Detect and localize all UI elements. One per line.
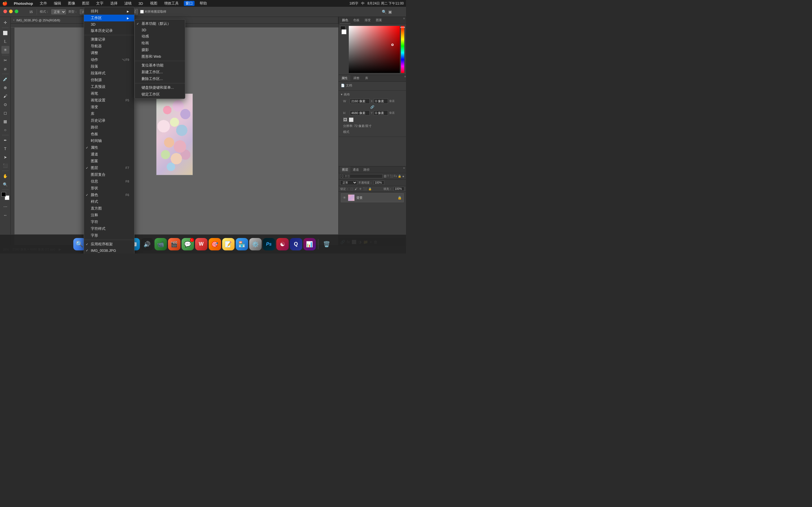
tool-marquee[interactable]: ⬜ bbox=[1, 29, 9, 37]
foreground-color[interactable] bbox=[1, 192, 6, 196]
menu-item-actions[interactable]: 动作 ⌥F9 bbox=[84, 56, 134, 63]
lock-transparency-icon[interactable]: ⬚ bbox=[350, 187, 353, 190]
dock-quartz[interactable]: Q bbox=[290, 238, 302, 250]
dock-appstore[interactable]: 🏪 bbox=[236, 238, 248, 250]
menubar-text[interactable]: 文字 bbox=[94, 1, 105, 6]
menubar-3d[interactable]: 3D bbox=[137, 1, 145, 6]
tool-type[interactable]: T bbox=[1, 145, 9, 153]
tool-lasso[interactable]: 𝕃 bbox=[1, 38, 9, 45]
layer-visibility-eye[interactable]: 👁 bbox=[343, 196, 346, 200]
canvas-height-input[interactable] bbox=[350, 110, 370, 115]
dock-app1[interactable]: 🎯 bbox=[209, 238, 221, 250]
props-tab-library[interactable]: 库 bbox=[362, 75, 371, 81]
menubar-edit[interactable]: 编辑 bbox=[52, 1, 63, 6]
canvas-icon-2[interactable]: ⬜ bbox=[349, 117, 354, 122]
lock-paint-icon[interactable]: 🖌 bbox=[355, 187, 357, 190]
menubar-image[interactable]: 图像 bbox=[66, 1, 77, 6]
menu-item-brush-settings[interactable]: 画笔设置 F5 bbox=[84, 97, 134, 104]
apple-menu[interactable]: 🍎 bbox=[2, 1, 8, 6]
menubar-select[interactable]: 选择 bbox=[109, 1, 119, 6]
canvas-chevron[interactable]: ▾ bbox=[341, 93, 343, 96]
menu-item-paths[interactable]: 路径 bbox=[84, 124, 134, 131]
toolbar-search-icon[interactable]: 🔍 bbox=[382, 10, 387, 14]
canvas-width-input[interactable] bbox=[350, 99, 370, 104]
menubar-layer[interactable]: 图层 bbox=[80, 1, 91, 6]
fill-input[interactable] bbox=[394, 187, 404, 191]
menubar-view[interactable]: 视图 bbox=[148, 1, 159, 6]
layers-filter-input[interactable] bbox=[340, 174, 383, 178]
tool-shape[interactable]: ⬛ bbox=[1, 162, 9, 170]
menu-item-notes[interactable]: 注释 bbox=[84, 212, 134, 219]
menu-item-shapes[interactable]: 形状 bbox=[84, 185, 134, 191]
tool-brush[interactable]: 🖌 bbox=[1, 92, 9, 100]
menu-item-info[interactable]: 信息 F8 bbox=[84, 178, 134, 185]
menu-item-glyphs[interactable]: 字形 bbox=[84, 232, 134, 239]
tool-heal[interactable]: ⊕ bbox=[1, 83, 9, 92]
menu-item-navigator[interactable]: 导航器 bbox=[84, 43, 134, 50]
close-button[interactable] bbox=[3, 10, 7, 13]
lock-artboard-icon[interactable]: ⬛ bbox=[363, 187, 366, 190]
layers-tab-paths[interactable]: 路径 bbox=[361, 166, 372, 173]
menu-item-version-history[interactable]: 版本历史记录 bbox=[84, 27, 134, 34]
menu-item-history[interactable]: 历史记录 bbox=[84, 117, 134, 124]
menu-item-clone-source[interactable]: 仿制源 bbox=[84, 76, 134, 83]
menu-item-library[interactable]: 库 bbox=[84, 110, 134, 117]
menu-item-properties[interactable]: ✓ 属性 bbox=[84, 144, 134, 151]
canvas-icon-1[interactable]: 🖼 bbox=[343, 117, 347, 122]
color-hue-bar[interactable] bbox=[401, 26, 404, 73]
lock-all-icon[interactable]: 🔒 bbox=[368, 187, 371, 190]
dock-sysprefs[interactable]: ⚙️ bbox=[249, 238, 262, 250]
canvas-y-input[interactable] bbox=[374, 110, 388, 115]
tool-zoom[interactable]: 🔍 bbox=[1, 180, 9, 188]
menu-item-gradient[interactable]: 渐变 bbox=[84, 104, 134, 110]
menu-item-paragraph-styles[interactable]: 段落样式 bbox=[84, 70, 134, 76]
tool-crop[interactable]: ✂ bbox=[1, 56, 9, 64]
tool-eyedropper[interactable]: 💉 bbox=[1, 75, 9, 83]
tool-extra-1[interactable]: ⋯ bbox=[1, 203, 9, 211]
swatches-tab[interactable]: 色板 bbox=[351, 17, 362, 24]
menu-item-swatches[interactable]: 色板 bbox=[84, 131, 134, 137]
menu-item-color-win[interactable]: ✓ 颜色 F6 bbox=[84, 191, 134, 198]
tool-colors[interactable] bbox=[1, 192, 9, 200]
menu-item-styles[interactable]: 样式 bbox=[84, 198, 134, 205]
menu-item-brush[interactable]: 画笔 bbox=[84, 90, 134, 97]
ws-item-new[interactable]: 新建工作区... bbox=[135, 69, 185, 75]
menubar-plugins[interactable]: 增效工具 bbox=[162, 1, 181, 6]
tool-path-selection[interactable]: ➤ bbox=[1, 153, 9, 161]
dock-sound[interactable]: 🔊 bbox=[141, 238, 153, 250]
tool-hand[interactable]: ✋ bbox=[1, 172, 9, 180]
tool-magic-wand[interactable]: ✳ bbox=[1, 46, 9, 54]
lock-move-icon[interactable]: ✛ bbox=[359, 187, 361, 190]
menu-item-3d[interactable]: 3D bbox=[84, 21, 134, 27]
properties-panel-menu[interactable]: ≡ bbox=[404, 75, 406, 81]
menubar-filter[interactable]: 滤镜 bbox=[123, 1, 133, 6]
ws-item-graphic-web[interactable]: 图形和 Web bbox=[135, 53, 185, 60]
color-tab[interactable]: 颜色 bbox=[340, 17, 350, 24]
dock-trash[interactable]: 🗑️ bbox=[320, 238, 333, 250]
dock-app2[interactable]: ☯ bbox=[276, 238, 289, 250]
maximize-button[interactable] bbox=[15, 10, 18, 13]
sample-all-layers-checkbox[interactable] bbox=[140, 10, 144, 13]
tool-clone[interactable]: ⊙ bbox=[1, 101, 9, 108]
menu-item-layer-comps[interactable]: 图层复合 bbox=[84, 171, 134, 178]
menu-item-tool-presets[interactable]: 工具预设 bbox=[84, 83, 134, 90]
ws-item-motion[interactable]: 动感 bbox=[135, 33, 185, 40]
ws-item-default[interactable]: ✓ 基本功能（默认） bbox=[135, 20, 185, 27]
menu-item-adjustments[interactable]: 调整 bbox=[84, 50, 134, 56]
menu-item-channels[interactable]: 通道 bbox=[84, 151, 134, 158]
tool-eraser[interactable]: ◻ bbox=[1, 109, 9, 117]
canvas-x-input[interactable] bbox=[374, 99, 388, 104]
menubar-file[interactable]: 文件 bbox=[38, 1, 49, 6]
dock-notes[interactable]: 📝 bbox=[222, 238, 235, 250]
canvas-tab-close[interactable]: × bbox=[13, 18, 15, 22]
menubar-help[interactable]: 帮助 bbox=[198, 1, 209, 6]
tool-slice[interactable]: ⧄ bbox=[1, 65, 9, 73]
dock-wps[interactable]: W bbox=[195, 238, 207, 250]
dock-app3[interactable]: 📊 bbox=[303, 238, 316, 250]
sample-all-layers-label[interactable]: 对所有图层取样 bbox=[140, 10, 166, 14]
ws-item-reset[interactable]: 复位基本功能 bbox=[135, 62, 185, 69]
dock-facetime[interactable]: 📹 bbox=[154, 238, 167, 250]
menu-item-histogram[interactable]: 直方图 bbox=[84, 205, 134, 212]
toolbar-layout-icon[interactable]: ▣ bbox=[388, 10, 392, 14]
link-icon[interactable]: 🔗 bbox=[370, 105, 374, 109]
